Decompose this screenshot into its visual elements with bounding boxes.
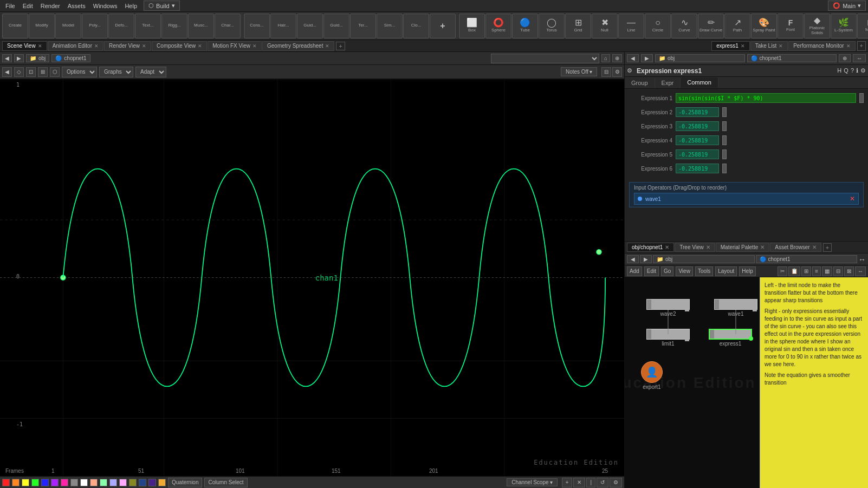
tool-musc[interactable]: Musc...	[188, 14, 214, 38]
tab-composite-view[interactable]: Composite View✕	[152, 41, 207, 51]
notes-button[interactable]: Notes Off ▾	[561, 67, 597, 76]
node-express1[interactable]: express1	[709, 329, 752, 347]
menu-render[interactable]: Render	[37, 2, 63, 10]
add-bottom-tab[interactable]: +	[823, 243, 832, 252]
tab-take-list[interactable]: Take List✕	[750, 41, 788, 51]
play-add[interactable]: +	[562, 478, 573, 487]
tool-sim[interactable]: Sim...	[377, 14, 403, 38]
node-wave2[interactable]: wave2	[646, 299, 690, 317]
expr-value-2[interactable]	[676, 107, 719, 117]
path-chopnet[interactable]: 🔵 chopnet1	[51, 54, 90, 62]
swatch-purple[interactable]	[51, 479, 59, 486]
tool-guid2[interactable]: Guid...	[323, 14, 349, 38]
tab-tree-view[interactable]: Tree View✕	[675, 243, 715, 252]
node-export1[interactable]: 👤 export1	[641, 361, 663, 390]
expr-value-3[interactable]	[676, 121, 719, 131]
tab-performance-monitor[interactable]: Performance Monitor✕	[788, 41, 855, 51]
settings-icon[interactable]: ⚙	[612, 67, 622, 77]
swatch-olive[interactable]	[129, 479, 137, 486]
tool-poly[interactable]: Poly...	[82, 14, 108, 38]
swatch-orange[interactable]	[12, 479, 20, 486]
column-select-btn[interactable]: Column Select	[204, 478, 247, 487]
graph-icon3[interactable]: ⊡	[26, 67, 36, 77]
tab-geo-spreadsheet-close[interactable]: ✕	[325, 43, 329, 49]
node-icon1[interactable]: ✂	[778, 266, 787, 276]
node-add-btn[interactable]: Add	[627, 266, 642, 276]
br-nav-back[interactable]: ◀	[627, 255, 639, 263]
tool-torus[interactable]: ◯Torus	[539, 14, 565, 38]
tab-scene-view-close[interactable]: ✕	[38, 43, 42, 49]
tool-line[interactable]: —Line	[618, 14, 644, 38]
tool-clo[interactable]: Clo...	[403, 14, 429, 38]
quaternion-btn[interactable]: Quaternion	[168, 478, 202, 487]
right-home[interactable]: ↔	[853, 54, 866, 62]
graphs-select[interactable]: Graphs	[99, 67, 133, 77]
tool-ter[interactable]: Ter...	[350, 14, 376, 38]
chop-graph[interactable]: chan1 1 0 -1 Education Edition Frames 1 …	[0, 79, 624, 476]
expr-slider-5[interactable]	[722, 149, 727, 159]
br-obj[interactable]: 📁obj	[653, 255, 755, 263]
tool-cons[interactable]: Cons...	[244, 14, 270, 38]
swatch-navy[interactable]	[139, 479, 146, 486]
chop-selector[interactable]	[491, 54, 599, 63]
play-bar[interactable]: |	[586, 478, 595, 487]
menu-edit[interactable]: Edit	[20, 2, 36, 10]
node-limit1-body[interactable]	[646, 329, 690, 340]
tool-lsystem[interactable]: 🌿L-System	[831, 14, 857, 38]
node-edit-btn[interactable]: Edit	[644, 266, 659, 276]
main-dropdown[interactable]: ⭕ Main ▾	[828, 1, 866, 11]
tool-hair[interactable]: Hair...	[270, 14, 296, 38]
grid-icon[interactable]: ⊟	[601, 67, 611, 77]
tab-material-palette[interactable]: Material Palette✕	[716, 243, 769, 252]
swatch-gray[interactable]	[70, 479, 78, 486]
node-layout-btn[interactable]: Layout	[715, 266, 737, 276]
tab-animation-editor-close[interactable]: ✕	[94, 43, 99, 49]
node-icon2[interactable]: 📋	[788, 266, 800, 276]
swatch-blue[interactable]	[41, 479, 49, 486]
nav-back[interactable]: ◀	[2, 54, 12, 62]
tab-asset-browser[interactable]: Asset Browser✕	[770, 243, 821, 252]
expr-value-6[interactable]	[676, 164, 719, 173]
expr-value-4[interactable]	[676, 135, 719, 145]
tab-expr[interactable]: Expr	[655, 78, 681, 88]
tab-motion-fx-close[interactable]: ✕	[252, 43, 257, 49]
graph-icon1[interactable]: ◀	[2, 67, 12, 77]
tool-platonic[interactable]: ◆Platonic Solids	[804, 14, 830, 38]
menu-help[interactable]: Help	[121, 2, 140, 10]
expr-slider-1[interactable]	[859, 93, 864, 103]
right-nav-back[interactable]: ◀	[627, 54, 639, 62]
tab-common[interactable]: Common	[681, 77, 718, 88]
tool-char[interactable]: Char...	[215, 14, 241, 38]
material-palette-close[interactable]: ✕	[760, 244, 765, 250]
tab-animation-editor[interactable]: Animation Editor✕	[48, 41, 103, 51]
swatch-peach[interactable]	[90, 479, 98, 486]
asset-browser-close[interactable]: ✕	[812, 244, 817, 250]
tool-model[interactable]: Model	[55, 14, 81, 38]
tool-circle[interactable]: ○Circle	[645, 14, 671, 38]
expr-value-5[interactable]	[676, 149, 719, 159]
swatch-gold[interactable]	[158, 479, 166, 486]
add-right-tab[interactable]: +	[857, 41, 866, 51]
node-express1-body[interactable]	[709, 329, 752, 340]
tool-tube[interactable]: 🔵Tube	[512, 14, 538, 38]
menu-windows[interactable]: Windows	[90, 2, 121, 10]
add-view-tab[interactable]: +	[336, 42, 345, 50]
swatch-yellow[interactable]	[22, 479, 29, 486]
right-zoom[interactable]: ⊕	[839, 54, 851, 62]
tool-grid[interactable]: ⊞Grid	[565, 14, 591, 38]
tool-sphere[interactable]: ⭕Sphere	[485, 14, 511, 38]
expr-slider-4[interactable]	[722, 135, 727, 145]
tab-group[interactable]: Group	[625, 78, 655, 88]
right-nav-chopnet[interactable]: 🔵 chopnet1	[747, 54, 837, 62]
swatch-white[interactable]	[80, 479, 88, 486]
node-icon5[interactable]: ▦	[822, 266, 832, 276]
tool-modify[interactable]: Modify	[29, 14, 55, 38]
channel-scope-btn[interactable]: Channel Scope ▾	[507, 478, 557, 486]
right-nav-obj[interactable]: 📁 obj	[655, 54, 745, 62]
nav-forward[interactable]: ▶	[14, 54, 24, 62]
swatch-green[interactable]	[31, 479, 39, 486]
node-limit1[interactable]: limit1	[646, 329, 690, 347]
adapt-select[interactable]: Adapt	[135, 67, 166, 77]
tab-geo-spreadsheet[interactable]: Geometry Spreadsheet✕	[262, 41, 334, 51]
swatch-lilac[interactable]	[119, 479, 127, 486]
